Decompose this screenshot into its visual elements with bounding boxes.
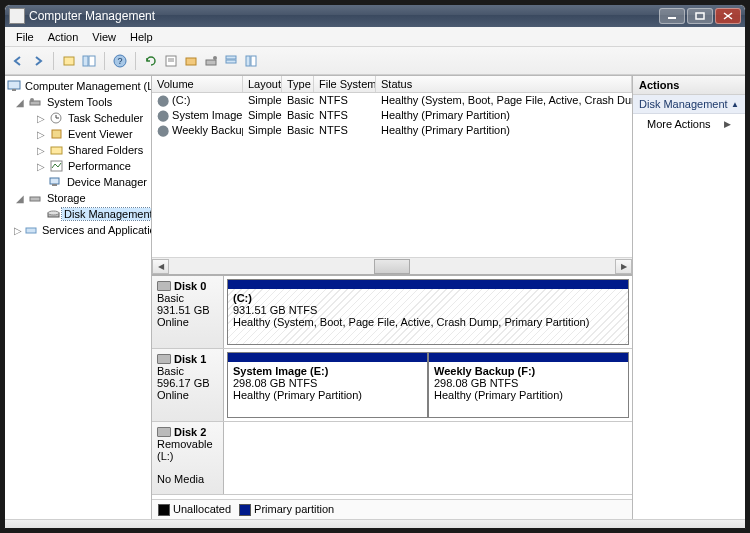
main-panel: Volume Layout Type File System Status ⬤ … bbox=[152, 76, 633, 519]
navigation-tree[interactable]: Computer Management (Local ◢ System Tool… bbox=[5, 76, 152, 519]
svg-point-22 bbox=[30, 98, 34, 102]
svg-rect-5 bbox=[83, 56, 88, 66]
col-layout[interactable]: Layout bbox=[243, 76, 282, 92]
tree-disk-management[interactable]: Disk Management bbox=[5, 206, 151, 222]
close-button[interactable] bbox=[715, 8, 741, 24]
tree-system-tools[interactable]: ◢ System Tools bbox=[5, 94, 151, 110]
tree-device-manager[interactable]: Device Manager bbox=[5, 174, 151, 190]
clock-icon bbox=[48, 111, 64, 125]
svg-rect-19 bbox=[8, 81, 20, 89]
col-filesystem[interactable]: File System bbox=[314, 76, 376, 92]
device-icon bbox=[47, 175, 63, 189]
svg-rect-4 bbox=[64, 57, 74, 65]
toolbar: ? bbox=[5, 47, 745, 75]
up-button[interactable] bbox=[60, 52, 78, 70]
col-status[interactable]: Status bbox=[376, 76, 632, 92]
svg-rect-18 bbox=[251, 56, 256, 66]
volume-list[interactable]: ⬤ (C:) Simple Basic NTFS Healthy (System… bbox=[152, 93, 632, 257]
legend-swatch-unallocated bbox=[158, 504, 170, 516]
drive-icon: ⬤ bbox=[157, 94, 169, 106]
svg-rect-34 bbox=[26, 228, 36, 233]
svg-text:?: ? bbox=[117, 56, 122, 66]
disk-settings-button[interactable] bbox=[202, 52, 220, 70]
disk-icon bbox=[157, 354, 171, 364]
volume-row[interactable]: ⬤ Weekly Backup (F:) Simple Basic NTFS H… bbox=[152, 123, 632, 138]
scroll-track[interactable] bbox=[169, 259, 615, 274]
triangle-up-icon: ▲ bbox=[731, 100, 739, 109]
svg-rect-16 bbox=[226, 60, 236, 63]
expand-icon[interactable]: ▷ bbox=[14, 225, 22, 236]
scroll-right-button[interactable]: ▶ bbox=[615, 259, 632, 274]
actions-section[interactable]: Disk Management ▲ bbox=[633, 95, 745, 114]
list-view-button[interactable] bbox=[222, 52, 240, 70]
properties-button[interactable] bbox=[162, 52, 180, 70]
volume-row[interactable]: ⬤ (C:) Simple Basic NTFS Healthy (System… bbox=[152, 93, 632, 108]
tree-task-scheduler[interactable]: ▷Task Scheduler bbox=[5, 110, 151, 126]
partition[interactable]: System Image (E:) 298.08 GB NTFS Healthy… bbox=[227, 352, 428, 418]
window: Computer Management File Action View Hel… bbox=[4, 4, 746, 529]
disk-row[interactable]: Disk 2 Removable (L:) No Media bbox=[152, 422, 632, 495]
titlebar[interactable]: Computer Management bbox=[5, 5, 745, 27]
refresh-button[interactable] bbox=[142, 52, 160, 70]
computer-icon bbox=[7, 79, 21, 93]
statusbar bbox=[5, 519, 745, 528]
menu-action[interactable]: Action bbox=[41, 29, 86, 45]
svg-point-14 bbox=[213, 56, 217, 60]
disk-row[interactable]: Disk 0 Basic 931.51 GB Online (C:) 931.5… bbox=[152, 276, 632, 349]
expand-icon[interactable]: ▷ bbox=[35, 161, 46, 172]
hscrollbar[interactable]: ◀ ▶ bbox=[152, 257, 632, 274]
svg-rect-13 bbox=[206, 60, 216, 65]
collapse-icon[interactable]: ◢ bbox=[14, 97, 25, 108]
graphical-view[interactable]: Disk 0 Basic 931.51 GB Online (C:) 931.5… bbox=[152, 274, 632, 499]
scroll-left-button[interactable]: ◀ bbox=[152, 259, 169, 274]
disk-info: Disk 0 Basic 931.51 GB Online bbox=[152, 276, 224, 348]
menu-view[interactable]: View bbox=[85, 29, 123, 45]
svg-rect-26 bbox=[52, 130, 61, 138]
scroll-thumb[interactable] bbox=[374, 259, 410, 274]
partition[interactable]: Weekly Backup (F:) 298.08 GB NTFS Health… bbox=[428, 352, 629, 418]
services-icon bbox=[24, 223, 38, 237]
chart-icon bbox=[48, 159, 64, 173]
volume-row[interactable]: ⬤ System Image (E:) Simple Basic NTFS He… bbox=[152, 108, 632, 123]
menu-help[interactable]: Help bbox=[123, 29, 160, 45]
partition-header bbox=[228, 280, 628, 289]
tree-root[interactable]: Computer Management (Local bbox=[5, 78, 151, 94]
tree-event-viewer[interactable]: ▷Event Viewer bbox=[5, 126, 151, 142]
svg-point-33 bbox=[48, 211, 59, 215]
detail-view-button[interactable] bbox=[242, 52, 260, 70]
expand-icon[interactable]: ▷ bbox=[35, 113, 46, 124]
actions-pane: Actions Disk Management ▲ More Actions ▶ bbox=[633, 76, 745, 519]
partition[interactable]: (C:) 931.51 GB NTFS Healthy (System, Boo… bbox=[227, 279, 629, 345]
expand-icon[interactable]: ▷ bbox=[35, 129, 46, 140]
tree-storage[interactable]: ◢Storage bbox=[5, 190, 151, 206]
more-actions-item[interactable]: More Actions ▶ bbox=[633, 114, 745, 134]
content-area: Computer Management (Local ◢ System Tool… bbox=[5, 75, 745, 519]
show-hide-button[interactable] bbox=[80, 52, 98, 70]
settings-button[interactable] bbox=[182, 52, 200, 70]
tree-performance[interactable]: ▷Performance bbox=[5, 158, 151, 174]
disk-row[interactable]: Disk 1 Basic 596.17 GB Online System Ima… bbox=[152, 349, 632, 422]
menu-file[interactable]: File bbox=[9, 29, 41, 45]
volume-list-header[interactable]: Volume Layout Type File System Status bbox=[152, 76, 632, 93]
col-volume[interactable]: Volume bbox=[152, 76, 243, 92]
drive-icon: ⬤ bbox=[157, 109, 169, 121]
forward-button[interactable] bbox=[29, 52, 47, 70]
svg-rect-17 bbox=[246, 56, 250, 66]
legend: Unallocated Primary partition bbox=[152, 499, 632, 519]
back-button[interactable] bbox=[9, 52, 27, 70]
svg-rect-30 bbox=[52, 184, 57, 186]
col-type[interactable]: Type bbox=[282, 76, 314, 92]
help-button[interactable]: ? bbox=[111, 52, 129, 70]
tools-icon bbox=[27, 95, 43, 109]
svg-rect-20 bbox=[12, 89, 16, 91]
drive-icon: ⬤ bbox=[157, 124, 169, 136]
tree-services[interactable]: ▷Services and Applications bbox=[5, 222, 151, 238]
maximize-button[interactable] bbox=[687, 8, 713, 24]
minimize-button[interactable] bbox=[659, 8, 685, 24]
expand-icon[interactable]: ▷ bbox=[35, 145, 46, 156]
collapse-icon[interactable]: ◢ bbox=[14, 193, 25, 204]
tree-shared-folders[interactable]: ▷Shared Folders bbox=[5, 142, 151, 158]
partition-header bbox=[228, 353, 427, 362]
svg-rect-6 bbox=[89, 56, 95, 66]
folder-share-icon bbox=[48, 143, 64, 157]
